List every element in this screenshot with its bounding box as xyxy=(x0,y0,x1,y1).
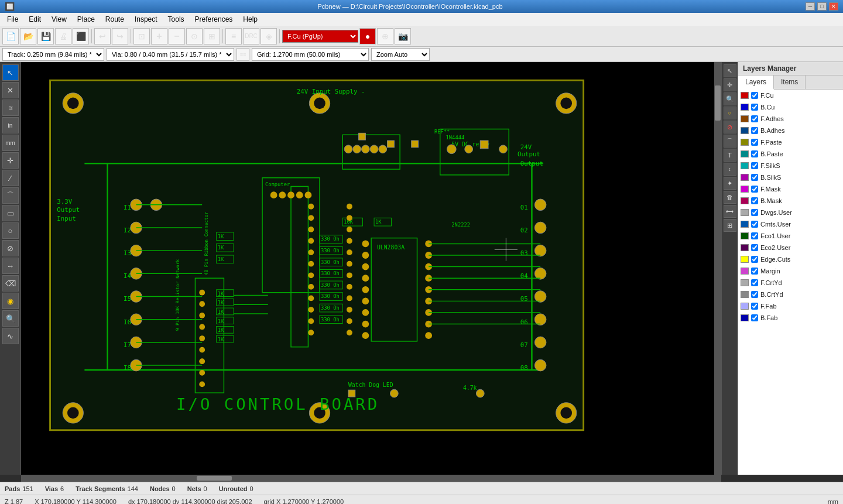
layer-visibility-checkbox[interactable] xyxy=(751,291,758,298)
dimension-tool[interactable]: ↕ xyxy=(724,163,736,176)
layer-visibility-checkbox[interactable] xyxy=(751,268,758,275)
menu-item-view[interactable]: View xyxy=(47,14,71,25)
layer-selector[interactable]: F.Cu (PgUp)B.Cu (PgDn)F.SilkSB.SilkSF.Ma… xyxy=(282,30,358,43)
maximize-button[interactable]: □ xyxy=(817,2,827,11)
add-via-button[interactable]: in xyxy=(2,117,19,133)
open-button[interactable]: 📂 xyxy=(20,28,36,44)
delete-button[interactable]: ⌫ xyxy=(2,275,19,292)
horizontal-scrollbar[interactable] xyxy=(21,475,721,482)
add-zone-button[interactable]: ⊘ xyxy=(2,240,19,256)
layer-item-f-adhes[interactable]: F.Adhes xyxy=(738,113,843,125)
grid-selector[interactable]: Grid: 1.2700 mm (50.00 mils) xyxy=(252,48,369,61)
menu-item-edit[interactable]: Edit xyxy=(24,14,46,25)
layer-visibility-checkbox[interactable] xyxy=(751,279,758,286)
layer-item-f-paste[interactable]: F.Paste xyxy=(738,136,843,148)
draw-rect-button[interactable]: ▭ xyxy=(2,205,19,221)
layer-visibility-checkbox[interactable] xyxy=(751,162,758,169)
zoom-area-button[interactable]: ⊞ xyxy=(204,28,220,44)
layer-item-b-paste[interactable]: B.Paste xyxy=(738,148,843,160)
diff-pair-button[interactable]: ≡≡ xyxy=(237,48,249,61)
screenshot-button[interactable]: 📷 xyxy=(395,28,411,44)
layer-visibility-checkbox[interactable] xyxy=(751,115,758,122)
layer-visibility-checkbox[interactable] xyxy=(751,92,758,99)
layer-item-f-cu[interactable]: F.Cu xyxy=(738,90,843,101)
zoom-in-tool[interactable]: 🔍 xyxy=(724,92,736,105)
pcb-canvas[interactable]: I/O CONTROL BOARD 24V Input Supply - 5V … xyxy=(21,62,721,475)
draw-circle-button[interactable]: ○ xyxy=(2,222,19,239)
export-button[interactable]: ⬛ xyxy=(73,28,89,44)
layer-visibility-checkbox[interactable] xyxy=(751,197,758,204)
layer-visibility-checkbox[interactable] xyxy=(751,256,758,263)
tab-items[interactable]: Items xyxy=(774,76,806,89)
vertical-scroll-thumb[interactable] xyxy=(715,85,721,121)
select-tool-button[interactable]: ↖ xyxy=(2,64,19,81)
via-size-selector[interactable]: Via: 0.80 / 0.40 mm (31.5 / 15.7 mils) * xyxy=(107,48,234,61)
tab-layers[interactable]: Layers xyxy=(738,76,774,90)
measure-button[interactable]: ↔ xyxy=(2,258,19,274)
layer-visibility-checkbox[interactable] xyxy=(751,186,758,193)
add-text-button[interactable]: mm xyxy=(2,135,19,151)
highlight-net-button[interactable]: ● xyxy=(359,28,376,44)
netlist-button[interactable]: ≡ xyxy=(225,28,242,44)
redo-button[interactable]: ↪ xyxy=(112,28,128,44)
layer-visibility-checkbox[interactable] xyxy=(751,232,758,239)
route-single-button[interactable]: ✕ xyxy=(2,82,19,98)
pointer-tool[interactable]: ↖ xyxy=(724,64,736,77)
zoom-fit-button[interactable]: ⊡ xyxy=(133,28,150,44)
text-tool[interactable]: T xyxy=(724,149,736,162)
layer-visibility-checkbox[interactable] xyxy=(751,209,758,216)
menu-item-tools[interactable]: Tools xyxy=(163,14,189,25)
layer-item-b-adhes[interactable]: B.Adhes xyxy=(738,125,843,136)
close-button[interactable]: ✕ xyxy=(829,2,838,11)
flip-tool[interactable]: ⟷ xyxy=(724,205,736,218)
route-diff-pair-button[interactable]: ≋ xyxy=(2,100,19,116)
layer-item-cmts-user[interactable]: Cmts.User xyxy=(738,218,843,230)
layer-visibility-checkbox[interactable] xyxy=(751,174,758,181)
pad-tool[interactable]: ○ xyxy=(724,107,736,119)
layer-item-margin[interactable]: Margin xyxy=(738,265,843,277)
drc-button[interactable]: DRC xyxy=(243,28,259,44)
trash-tool[interactable]: 🗑 xyxy=(724,191,736,204)
layer-visibility-checkbox[interactable] xyxy=(751,221,758,228)
layer-item-f-fab[interactable]: F.Fab xyxy=(738,300,843,312)
layer-item-b-fab[interactable]: B.Fab xyxy=(738,312,843,324)
layer-item-eco2-user[interactable]: Eco2.User xyxy=(738,242,843,253)
layer-item-b-mask[interactable]: B.Mask xyxy=(738,195,843,207)
print-button[interactable]: 🖨 xyxy=(55,28,71,44)
3d-button[interactable]: ◈ xyxy=(261,28,277,44)
magnify-button[interactable]: 🔍 xyxy=(2,310,19,327)
zoom-center-button[interactable]: ⊙ xyxy=(186,28,203,44)
highlight-net-tool-button[interactable]: ◉ xyxy=(2,293,19,309)
layer-visibility-checkbox[interactable] xyxy=(751,314,758,321)
save-button[interactable]: 💾 xyxy=(37,28,54,44)
zoom-selector[interactable]: Zoom Auto xyxy=(371,48,430,61)
undo-button[interactable]: ↩ xyxy=(94,28,111,44)
zoom-out-button[interactable]: − xyxy=(169,28,185,44)
draw-arc-button[interactable]: ⌒ xyxy=(2,187,19,204)
interactive-router-button[interactable]: ∿ xyxy=(2,328,19,344)
menu-item-help[interactable]: Help xyxy=(238,14,262,25)
track-width-selector[interactable]: Track: 0.250 mm (9.84 mils) * xyxy=(2,48,104,61)
vertical-scrollbar[interactable] xyxy=(714,62,721,475)
layer-visibility-checkbox[interactable] xyxy=(751,244,758,251)
layer-item-f-silks[interactable]: F.SilkS xyxy=(738,160,843,172)
layer-item-eco1-user[interactable]: Eco1.User xyxy=(738,230,843,242)
add-footprint-button[interactable]: ✛ xyxy=(2,152,19,169)
no-connect-tool[interactable]: ⊘ xyxy=(724,121,736,133)
layer-item-f-crtyd[interactable]: F.CrtYd xyxy=(738,277,843,289)
layer-visibility-checkbox[interactable] xyxy=(751,139,758,146)
pad-settings-button[interactable]: ⊕ xyxy=(377,28,393,44)
menu-item-file[interactable]: File xyxy=(2,14,23,25)
layer-visibility-checkbox[interactable] xyxy=(751,150,758,157)
horizontal-scroll-thumb[interactable] xyxy=(197,476,232,481)
minimize-button[interactable]: ─ xyxy=(806,2,815,11)
grid-tool[interactable]: ⊞ xyxy=(724,219,736,232)
layer-item-b-cu[interactable]: B.Cu xyxy=(738,101,843,113)
compass-tool[interactable]: ✦ xyxy=(724,177,736,190)
layer-item-f-mask[interactable]: F.Mask xyxy=(738,183,843,195)
zoom-in-button[interactable]: + xyxy=(151,28,167,44)
menu-item-route[interactable]: Route xyxy=(101,14,129,25)
arc-tool[interactable]: ⌒ xyxy=(724,135,736,148)
layer-item-dwgs-user[interactable]: Dwgs.User xyxy=(738,207,843,218)
layer-item-edge-cuts[interactable]: Edge.Cuts xyxy=(738,253,843,265)
